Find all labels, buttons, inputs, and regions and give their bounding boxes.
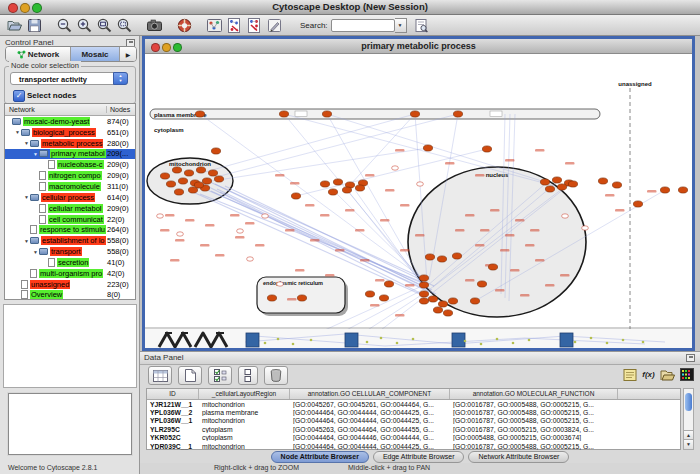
network-node[interactable]	[355, 185, 364, 191]
network-node[interactable]	[437, 256, 446, 262]
tree-row[interactable]: macromolecule311(0)	[5, 181, 135, 192]
empty-node[interactable]	[562, 214, 569, 218]
network-node[interactable]	[419, 291, 428, 297]
network-node[interactable]	[208, 170, 217, 176]
network-node[interactable]	[419, 275, 428, 281]
empty-node[interactable]	[177, 232, 184, 236]
node-color-dropdown[interactable]: transporter activity	[10, 72, 128, 85]
attribute-notes-icon[interactable]	[621, 366, 638, 383]
save-icon[interactable]	[26, 17, 43, 34]
selected-node-square[interactable]	[452, 333, 465, 347]
search-input[interactable]	[331, 19, 395, 32]
network-node[interactable]	[443, 310, 452, 316]
network-node[interactable]	[545, 186, 554, 192]
tree-row[interactable]: ▼metabolic process280(0)	[5, 138, 135, 149]
birdseye-view[interactable]	[3, 304, 137, 388]
network-node[interactable]	[279, 111, 288, 117]
scrollbar-thumb[interactable]	[685, 393, 692, 411]
network-node[interactable]	[423, 145, 432, 151]
attribute-matrix-icon[interactable]	[678, 366, 695, 383]
network-canvas[interactable]: plasma membranecytoplasmmitochondrionnuc…	[145, 54, 692, 348]
edit-annotation-icon[interactable]	[266, 17, 283, 34]
network-node[interactable]	[453, 111, 462, 117]
network-node[interactable]	[488, 264, 497, 270]
select-attributes-button[interactable]	[208, 366, 232, 385]
network-node[interactable]	[166, 181, 175, 187]
tab-mosaic[interactable]: Mosaic	[71, 47, 119, 61]
layout-network-1-icon[interactable]	[226, 17, 243, 34]
network-node[interactable]	[384, 281, 393, 287]
network-node[interactable]	[267, 295, 276, 301]
network-node[interactable]	[291, 193, 300, 199]
table-row[interactable]: YJR121W__1mitochondrion[GO:0045267, GO:0…	[147, 400, 680, 408]
network-node[interactable]	[328, 189, 337, 195]
tab-overflow-arrow-icon[interactable]: ▶	[119, 47, 136, 61]
network-node[interactable]	[195, 111, 204, 117]
tree-row[interactable]: nucleobase-c209(0)	[5, 159, 135, 170]
network-node[interactable]	[379, 295, 388, 301]
browser-tab[interactable]: Edge Attribute Browser	[373, 451, 465, 463]
delete-attribute-button[interactable]	[264, 366, 288, 385]
browser-tab[interactable]: Node Attribute Browser	[271, 451, 369, 463]
table-row[interactable]: YPL036W__1mitochondrion[GO:0044464, GO:0…	[147, 417, 680, 425]
table-row[interactable]: YPL036W__2plasma membrane[GO:0044464, GO…	[147, 408, 680, 416]
empty-node[interactable]	[262, 214, 269, 218]
scroll-down-icon[interactable]: ▼	[684, 439, 693, 449]
table-column-header[interactable]: _cellularLayoutRegion	[199, 389, 290, 399]
window-titlebar[interactable]: Cytoscape Desktop (New Session)	[0, 0, 700, 15]
tree-row[interactable]: cellular metabol209(0)	[5, 203, 135, 214]
network-node[interactable]	[172, 167, 181, 173]
help-icon[interactable]	[176, 17, 193, 34]
network-node[interactable]	[333, 179, 342, 185]
network-node[interactable]	[633, 201, 642, 207]
tree-row[interactable]: multi-organism pro42(0)	[5, 268, 135, 279]
network-node[interactable]	[178, 178, 187, 184]
open-icon[interactable]	[6, 17, 23, 34]
network-node[interactable]	[557, 184, 566, 190]
tree-row[interactable]: ▼biological_process651(0)	[5, 127, 135, 138]
tree-col-network[interactable]: Network	[9, 106, 35, 113]
snapshot-icon[interactable]	[146, 17, 163, 34]
tree-row[interactable]: ▼cellular process614(0)	[5, 192, 135, 203]
float-panel-icon[interactable]	[686, 354, 695, 362]
zoom-out-icon[interactable]	[56, 17, 73, 34]
selected-node-square[interactable]	[246, 333, 259, 347]
table-row[interactable]: YKR052Ccytoplasm[GO:0044464, GO:0044446,…	[147, 434, 680, 442]
empty-node[interactable]	[247, 257, 254, 261]
network-node[interactable]	[433, 307, 442, 313]
layout-network-2-icon[interactable]	[246, 17, 263, 34]
network-node[interactable]	[470, 298, 479, 304]
vizmapper-icon[interactable]	[206, 17, 223, 34]
expand-arrow-icon[interactable]: ▼	[23, 140, 30, 146]
select-nodes-checkbox[interactable]: ✓	[13, 90, 25, 102]
import-attributes-icon[interactable]	[659, 366, 676, 383]
network-node[interactable]	[568, 181, 577, 187]
network-node[interactable]	[425, 254, 434, 260]
empty-node[interactable]	[417, 182, 424, 186]
network-node[interactable]	[214, 176, 223, 182]
search-dropdown-icon[interactable]: ▼	[395, 18, 407, 33]
network-node[interactable]	[322, 111, 331, 117]
network-node[interactable]	[160, 173, 169, 179]
zoom-selection-icon[interactable]	[116, 17, 133, 34]
empty-node[interactable]	[237, 229, 244, 233]
network-node[interactable]	[477, 281, 486, 287]
browser-tab[interactable]: Network Attribute Browser	[468, 451, 569, 463]
network-edge[interactable]	[350, 114, 415, 185]
selected-node-square[interactable]	[345, 333, 358, 347]
network-node[interactable]	[211, 148, 220, 154]
zoom-fit-icon[interactable]	[96, 17, 113, 34]
empty-node[interactable]	[277, 282, 284, 286]
table-column-header[interactable]: ID	[147, 389, 199, 399]
expand-arrow-icon[interactable]: ▼	[14, 129, 21, 135]
network-node[interactable]	[428, 296, 437, 302]
expand-arrow-icon[interactable]: ▼	[32, 249, 39, 255]
tree-row[interactable]: ▼establishment of lo558(0)	[5, 235, 135, 246]
network-edge[interactable]	[205, 114, 415, 172]
tree-row[interactable]: response to stimulu264(0)	[5, 224, 135, 235]
network-node[interactable]	[448, 298, 457, 304]
network-node[interactable]	[196, 167, 205, 173]
zoom-in-icon[interactable]	[76, 17, 93, 34]
network-node[interactable]	[678, 187, 687, 193]
network-node[interactable]	[410, 111, 419, 117]
